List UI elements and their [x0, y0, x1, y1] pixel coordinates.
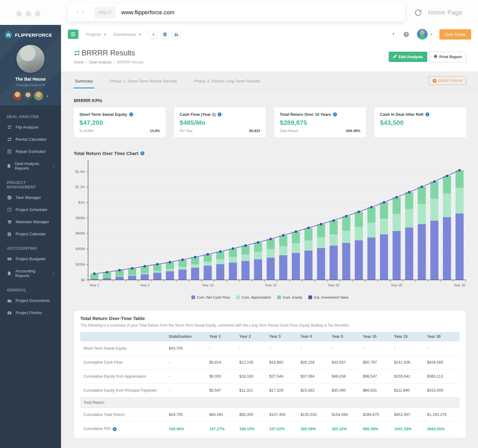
column-header: Stabilization [166, 332, 206, 342]
window-maximize-button[interactable] [35, 11, 40, 17]
sidebar-item-project-calendar[interactable]: Project Calendar [0, 228, 61, 240]
project-name: The Bat House [0, 77, 61, 82]
tab-phase1[interactable]: Phase 1: Short-Term Rehab Results [109, 77, 178, 88]
info-icon[interactable]: i [140, 151, 144, 155]
kpi-sub-label: % of ARV [79, 129, 94, 133]
sidebar-item-task-manager[interactable]: Task Manager [0, 191, 61, 204]
cell-value: $46,836 [329, 370, 360, 384]
sidebar-item-materials-manager[interactable]: Materials Manager [0, 216, 61, 228]
table-title: Total Return Over-Time Table [80, 316, 460, 321]
kpi-heading: BRRRR KPIs [74, 98, 466, 103]
sidebar-item-project-scheduler[interactable]: Project Scheduler [0, 204, 61, 216]
member-avatar[interactable] [23, 91, 33, 101]
section-label: Total Return [80, 398, 460, 408]
dashboards-menu[interactable]: Dashboards [114, 32, 141, 37]
kpi-cards: Short-Term Sweat Equityi$47,200% of ARV1… [74, 107, 466, 138]
url-text[interactable]: www.flipperforce.com [121, 9, 174, 16]
svg-text:$1.4m: $1.4m [75, 170, 85, 173]
watch-tutorial-button[interactable]: Watch Tutorial [429, 76, 466, 85]
team-button[interactable] [172, 30, 180, 39]
projects-menu[interactable]: Projects [86, 32, 106, 37]
row-label: Cumulative Total Return [80, 408, 166, 422]
breadcrumb-deal-analysis[interactable]: Deal Analysis [89, 60, 111, 64]
sidebar-item-project-photos[interactable]: Project Photos [0, 307, 61, 319]
svg-text:Year 1: Year 1 [90, 283, 99, 287]
member-avatar[interactable] [13, 91, 22, 101]
cell-value: 355.32% [329, 422, 360, 436]
chart-legend: Cum. Net Cash FlowCum. AppreciationCum. … [74, 295, 466, 299]
help-icon[interactable]: ? [404, 32, 409, 37]
calendar-icon [7, 232, 12, 236]
table-section-row: Total Return [80, 398, 460, 408]
app-logo-text: FLIPPERFORCE [15, 33, 52, 38]
column-header: Year 30 [424, 332, 460, 342]
cell-value: $154,564 [329, 408, 360, 422]
add-member-button[interactable]: + [46, 93, 49, 99]
row-label: Cumulative ROIi [80, 422, 166, 436]
total-return-table: StabilizationYear 1Year 2Year 3Year 4Yea… [80, 332, 460, 436]
sidebar-item-project-documents[interactable]: Project Documents [0, 295, 61, 307]
row-label: Short-Term Sweat Equity [80, 342, 166, 356]
cell-value: $98,547 [360, 370, 391, 384]
calendar-button[interactable] [161, 30, 169, 39]
svg-text:Year 30: Year 30 [454, 283, 466, 287]
sidebar-item-flip-analyzer[interactable]: Flip Analyzer [0, 121, 61, 133]
chevron-down-icon[interactable] [430, 34, 433, 35]
print-report-button[interactable]: Print Report [429, 52, 466, 62]
svg-text:Year 5: Year 5 [140, 283, 149, 287]
sidebar-item-deal-analysis-reports[interactable]: Deal Analysis Reports‹ [0, 158, 61, 174]
member-avatar[interactable] [34, 91, 43, 101]
breadcrumb-home[interactable]: Home [74, 60, 84, 64]
cell-value: $5,547 [206, 384, 236, 398]
sidebar-item-label: Accounting Reports [15, 269, 49, 278]
clock-icon [7, 207, 12, 212]
sidebar-item-project-budgeter[interactable]: Project Budgeter [0, 253, 61, 265]
repeat-icon [7, 125, 12, 130]
legend-swatch [236, 295, 240, 299]
tab-summary[interactable]: Summary [74, 77, 94, 88]
info-icon[interactable]: i [333, 112, 337, 116]
sidebar-item-repair-estimator[interactable]: Repair Estimator [0, 145, 61, 158]
tab-phase2[interactable]: Phase 2: Rental Long-Term Results [193, 77, 261, 88]
column-header: Year 4 [297, 332, 328, 342]
info-icon[interactable]: i [129, 112, 133, 116]
kpi-sub-value: 666.38% [346, 129, 360, 133]
chevron-down-icon [42, 84, 45, 86]
browser-back-forward-icons[interactable]: ‹› [77, 8, 87, 17]
cell-value: $18,180 [236, 370, 266, 384]
home-page-label[interactable]: Home Page [428, 9, 462, 16]
app-logo[interactable]: FLIPPERFORCE [0, 25, 61, 42]
user-guide-button[interactable]: User Guide [439, 29, 471, 40]
info-icon[interactable]: i [113, 427, 117, 431]
add-button[interactable]: + [149, 30, 157, 39]
sidebar-item-rental-calculator[interactable]: Rental Calculator [0, 133, 61, 145]
activity-bolt-icon[interactable] [391, 31, 396, 37]
project-photo[interactable] [16, 45, 45, 73]
window-minimize-button[interactable] [26, 11, 31, 17]
edit-analysis-button[interactable]: Edit Analysis [389, 52, 427, 62]
change-project-dropdown[interactable]: Change Project [0, 83, 61, 87]
cell-value: $43,700 [166, 408, 206, 422]
kpi-title: Cash Flow (Year 1)i [180, 112, 260, 117]
table-row: Short-Term Sweat Equity$43,700-------- [80, 342, 460, 356]
sidebar: FLIPPERFORCE The Bat House Change Projec… [0, 25, 61, 448]
cell-value: $365,113 [424, 370, 460, 384]
cell-value: 2644.55% [424, 422, 460, 436]
info-icon[interactable]: i [425, 112, 429, 116]
refresh-icon[interactable] [414, 8, 422, 18]
sidebar-item-accounting-reports[interactable]: Accounting Reports‹ [0, 265, 61, 282]
user-avatar[interactable] [417, 29, 428, 40]
cell-value: - [424, 342, 460, 356]
cell-value: - [166, 370, 206, 384]
menu-toggle-button[interactable] [68, 30, 78, 39]
check-circle-icon [7, 195, 12, 200]
window-close-button[interactable] [16, 11, 22, 17]
nav-section-title: PROJECT MANAGEMENT [0, 174, 61, 191]
sidebar-item-label: Repair Estimator [16, 149, 46, 154]
sidebar-item-label: Project Calendar [16, 232, 46, 236]
legend-swatch [191, 295, 195, 299]
info-icon[interactable]: i [218, 112, 222, 116]
address-bar[interactable]: ‹› http:// www.flipperforce.com [68, 3, 405, 21]
kpi-sub-value: $5,823 [249, 129, 260, 133]
row-label: Cumulative Equity from Principal Paydown [80, 384, 166, 398]
